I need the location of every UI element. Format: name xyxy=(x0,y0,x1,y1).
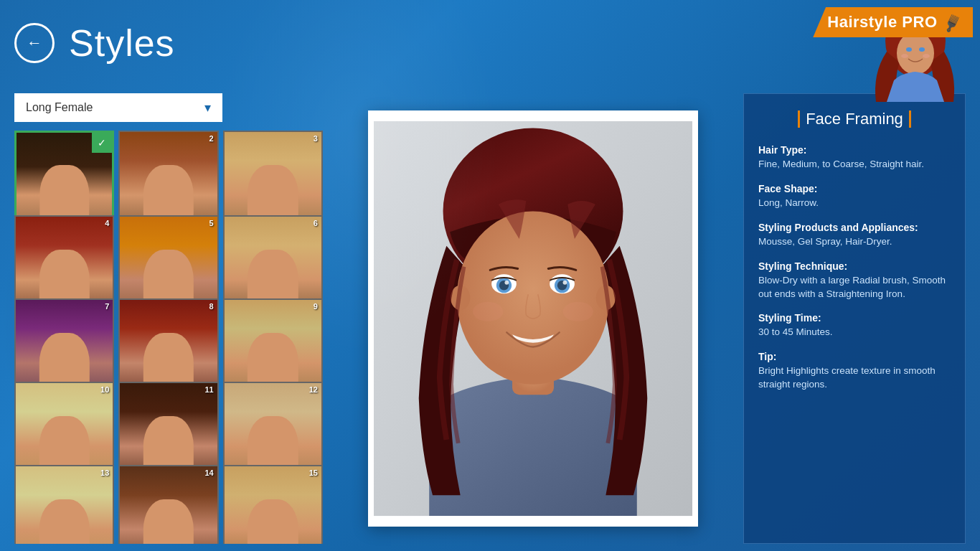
portrait-image xyxy=(374,116,692,521)
info-title: Face Framing xyxy=(758,110,951,128)
info-section-label: Styling Products and Appliances: xyxy=(758,222,951,233)
style-item-number: 3 xyxy=(314,134,318,143)
style-item-number: 13 xyxy=(100,468,109,477)
selected-check-icon: ✓ xyxy=(92,133,112,153)
info-section-label: Styling Technique: xyxy=(758,260,951,272)
style-item-number: 5 xyxy=(209,219,214,227)
svg-point-1 xyxy=(897,32,934,75)
svg-point-9 xyxy=(457,211,609,384)
style-item-number: 15 xyxy=(309,468,318,477)
chevron-down-icon: ▾ xyxy=(204,100,211,116)
brand-area: Hairstyle PRO 🪮 xyxy=(758,0,980,102)
info-sections: Hair Type:Fine, Medium, to Coarse, Strai… xyxy=(758,144,951,392)
svg-point-3 xyxy=(919,47,925,52)
info-section-value: Fine, Medium, to Coarse, Straight hair. xyxy=(758,158,951,171)
svg-point-5 xyxy=(923,54,930,58)
info-section-value: Mousse, Gel Spray, Hair-Dryer. xyxy=(758,235,951,249)
info-section: Hair Type:Fine, Medium, to Coarse, Strai… xyxy=(758,144,951,171)
svg-point-17 xyxy=(563,281,567,285)
style-item-number: 9 xyxy=(314,302,318,311)
brand-banner: Hairstyle PRO 🪮 xyxy=(813,7,973,37)
comb-icon: 🪮 xyxy=(941,11,963,33)
style-item-number: 11 xyxy=(204,385,213,394)
header: ← Styles Hairstyle PRO 🪮 xyxy=(0,0,980,86)
style-item-number: 4 xyxy=(105,219,109,227)
svg-point-2 xyxy=(906,47,912,52)
style-item-number: 8 xyxy=(209,302,214,311)
brand-name: Hairstyle PRO xyxy=(827,13,937,32)
left-panel: Long Female ▾ ✓23456789101112131415 xyxy=(14,93,323,544)
style-item-number: 2 xyxy=(209,134,214,143)
info-section: Tip:Bright Highlights create texture in … xyxy=(758,351,951,392)
title-bar-right xyxy=(909,110,911,128)
info-section-label: Hair Type: xyxy=(758,144,951,156)
svg-point-13 xyxy=(504,281,509,285)
back-button[interactable]: ← xyxy=(14,23,55,63)
style-category-dropdown[interactable]: Long Female ▾ xyxy=(14,93,222,122)
title-bar-left xyxy=(798,110,800,128)
center-preview xyxy=(337,93,729,544)
svg-point-19 xyxy=(563,302,593,321)
header-left: ← Styles xyxy=(14,22,175,65)
info-section: Styling Time:30 to 45 Minutes. xyxy=(758,312,951,339)
style-name: Face Framing xyxy=(806,110,903,128)
dropdown-selected-value: Long Female xyxy=(26,101,93,114)
info-section-value: Long, Narrow. xyxy=(758,197,951,210)
style-item[interactable]: 14 xyxy=(118,465,218,544)
info-section: Styling Technique:Blow-Dry with a large … xyxy=(758,260,951,301)
style-item-number: 14 xyxy=(204,468,213,477)
info-section-label: Styling Time: xyxy=(758,312,951,324)
style-item-number: 10 xyxy=(100,385,109,394)
main-content: Long Female ▾ ✓23456789101112131415 xyxy=(0,86,980,551)
page-title: Styles xyxy=(69,22,175,65)
style-item-number: 12 xyxy=(309,385,318,394)
svg-point-4 xyxy=(901,54,908,58)
style-item[interactable]: 13 xyxy=(14,465,114,544)
style-item-number: 6 xyxy=(314,219,318,227)
info-section-value: 30 to 45 Minutes. xyxy=(758,326,951,339)
preview-image-container xyxy=(368,110,698,527)
info-panel: Face Framing Hair Type:Fine, Medium, to … xyxy=(743,93,966,544)
info-section-label: Tip: xyxy=(758,351,951,362)
info-section: Face Shape:Long, Narrow. xyxy=(758,183,951,210)
style-item-number: 7 xyxy=(105,302,109,311)
info-section: Styling Products and Appliances:Mousse, … xyxy=(758,222,951,249)
info-section-value: Bright Highlights create texture in smoo… xyxy=(758,364,951,392)
svg-point-18 xyxy=(473,302,503,321)
style-grid: ✓23456789101112131415 xyxy=(14,131,323,544)
info-section-value: Blow-Dry with a large Radial brush, Smoo… xyxy=(758,274,951,301)
style-item[interactable]: 15 xyxy=(223,465,323,544)
info-section-label: Face Shape: xyxy=(758,183,951,194)
